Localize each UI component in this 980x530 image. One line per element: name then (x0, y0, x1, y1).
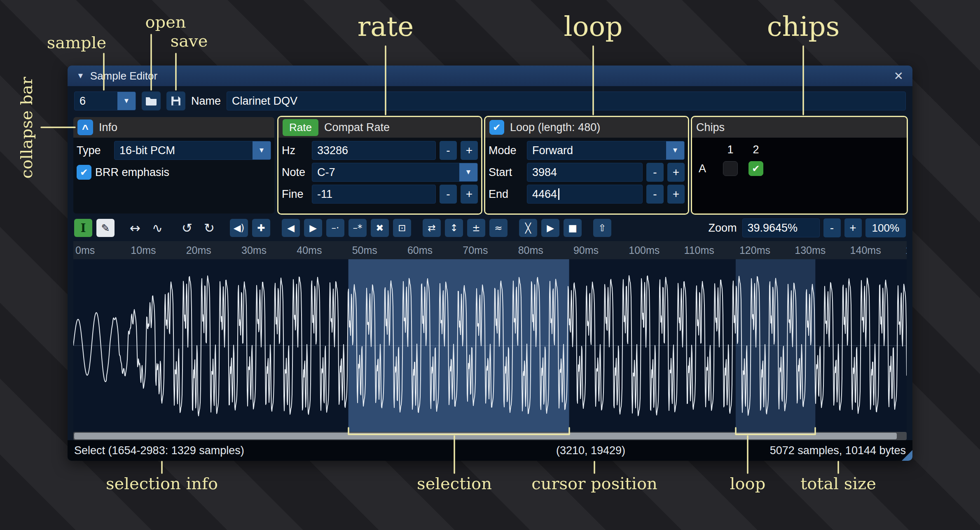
fine-increment-button[interactable]: + (461, 185, 478, 204)
resample-wave-icon: ∿ (152, 220, 163, 235)
reverse-button[interactable]: ⇄ (423, 219, 441, 237)
save-sample-button[interactable] (166, 91, 185, 110)
invert-button[interactable]: ↕ (445, 219, 463, 237)
delete-button[interactable]: ✖ (371, 219, 389, 237)
brr-emphasis-checkbox[interactable]: ✔ (77, 165, 91, 180)
annotation-loop: loop (564, 11, 623, 42)
annotation-rate: rate (358, 11, 414, 42)
loop-end-input[interactable]: 4464 (527, 185, 643, 204)
insert-silence-button[interactable]: –· (326, 219, 344, 237)
loop-start-input[interactable]: 3984 (527, 163, 643, 182)
zoom-reset-button[interactable]: 100% (865, 218, 906, 237)
trim-button[interactable]: ⊡ (393, 219, 411, 237)
filter-button[interactable]: ≈ (489, 219, 508, 237)
hz-input[interactable]: 33286 (312, 141, 436, 160)
zoom-input[interactable]: 39.9645% (742, 218, 820, 237)
folder-icon (145, 96, 157, 106)
ruler-label: 120ms (739, 244, 770, 256)
check-icon: ✔ (752, 163, 760, 174)
redo-button[interactable]: ↻ (200, 219, 218, 237)
fade-in-button[interactable]: ◀ (282, 219, 300, 237)
sample-row: 6 ▼ Name Clarinet DQV (68, 86, 912, 116)
normalize-button[interactable]: ✚ (252, 219, 270, 237)
total-size-text: 5072 samples, 10144 bytes (770, 444, 906, 457)
window-title: Sample Editor (90, 70, 157, 82)
crop-icon: ⊡ (398, 223, 406, 233)
fine-decrement-button[interactable]: - (440, 185, 457, 204)
sample-type-select[interactable]: 16-bit PCM ▼ (114, 141, 271, 160)
hz-increment-button[interactable]: + (461, 141, 478, 160)
crossfade-button[interactable]: ╳ (519, 219, 537, 237)
annotation-chips: chips (767, 11, 840, 42)
rate-badge-button[interactable]: Rate (283, 119, 318, 136)
cross-lines-icon: ╳ (525, 223, 531, 233)
apply-silence-icon: –* (353, 223, 363, 233)
sample-name-value: Clarinet DQV (232, 95, 297, 108)
loop-end-label: End (489, 188, 523, 201)
zoom-out-button[interactable]: - (823, 218, 841, 237)
resample-button[interactable]: ∿ (148, 219, 166, 237)
window-titlebar[interactable]: ▼ Sample Editor ✕ (68, 66, 912, 86)
scrollbar-handle[interactable] (74, 433, 897, 439)
annotation-save: save (171, 31, 208, 50)
loop-start-increment-button[interactable]: + (667, 163, 685, 182)
loop-end-value: 4464 (532, 188, 557, 201)
desktop-background: ▼ Sample Editor ✕ 6 ▼ Name (0, 0, 980, 530)
chips-panel-title: Chips (696, 121, 725, 134)
zoom-in-button[interactable]: + (844, 218, 862, 237)
close-icon[interactable]: ✕ (894, 69, 903, 83)
sample-number-value: 6 (75, 95, 117, 108)
window-collapse-icon[interactable]: ▼ (77, 71, 84, 80)
chips-panel-header: Chips (692, 117, 907, 138)
rate-panel-header: Rate Compat Rate (278, 117, 481, 138)
ruler-label: 110ms (684, 244, 714, 256)
note-label: Note (282, 166, 308, 179)
undo-icon: ↺ (182, 220, 192, 235)
ruler-label: 0ms (75, 244, 95, 256)
loop-panel-title: Loop (length: 480) (510, 121, 600, 134)
annotation-cursor-position: cursor position (531, 474, 657, 493)
fine-label: Fine (282, 188, 308, 201)
sample-editor-window: ▼ Sample Editor ✕ 6 ▼ Name (68, 66, 912, 461)
waveform-scrollbar[interactable] (73, 432, 907, 440)
waveform-display[interactable] (73, 259, 907, 432)
fade-in-icon: ◀ (287, 223, 295, 233)
chip-checkbox-A-2[interactable]: ✔ (748, 161, 763, 176)
amplify-button[interactable]: ◀) (230, 219, 248, 237)
chips-panel: Chips 12A✔ (691, 116, 908, 215)
chevron-up-icon: ^ (82, 123, 89, 136)
fine-input[interactable]: -11 (312, 185, 436, 204)
loop-end-decrement-button[interactable]: - (646, 185, 664, 204)
open-sample-button[interactable] (142, 91, 161, 110)
note-select[interactable]: C-7 ▼ (312, 163, 478, 182)
sample-number-select[interactable]: 6 ▼ (74, 91, 136, 110)
apply-silence-button[interactable]: –* (348, 219, 367, 237)
annotation-selection-info: selection info (106, 474, 218, 493)
loop-end-increment-button[interactable]: + (667, 185, 685, 204)
ruler-label: 40ms (297, 244, 322, 256)
undo-button[interactable]: ↺ (178, 219, 196, 237)
sample-name-input[interactable]: Clarinet DQV (227, 91, 906, 110)
annotation-selection: selection (417, 474, 492, 493)
preview-button[interactable]: ▶ (541, 219, 559, 237)
collapse-info-button[interactable]: ^ (77, 120, 93, 135)
loop-enable-checkbox[interactable]: ✔ (489, 120, 504, 135)
annotation-open: open (145, 12, 186, 31)
resize-grip[interactable] (902, 450, 912, 461)
info-panel: ^ Info Type 16-bit PCM ▼ ✔ (72, 116, 276, 215)
drag-mode-button[interactable]: ✎ (96, 219, 115, 237)
invert-icon: ↕ (450, 223, 458, 233)
resize-button[interactable]: ↔ (126, 219, 144, 237)
hz-decrement-button[interactable]: - (440, 141, 457, 160)
zoom-value: 39.9645% (748, 222, 798, 235)
stop-preview-button[interactable]: ■ (564, 219, 582, 237)
chip-row-label: A (699, 162, 706, 175)
panels-row: ^ Info Type 16-bit PCM ▼ ✔ (68, 116, 912, 215)
loop-start-decrement-button[interactable]: - (646, 163, 664, 182)
edit-mode-button[interactable]: I (74, 219, 92, 237)
chip-checkbox-A-1[interactable] (723, 161, 738, 176)
signed-unsigned-button[interactable]: ± (467, 219, 485, 237)
fade-out-button[interactable]: ▶ (304, 219, 322, 237)
create-wavetable-button[interactable]: ⇧ (593, 219, 611, 237)
loop-mode-select[interactable]: Forward ▼ (527, 141, 685, 160)
